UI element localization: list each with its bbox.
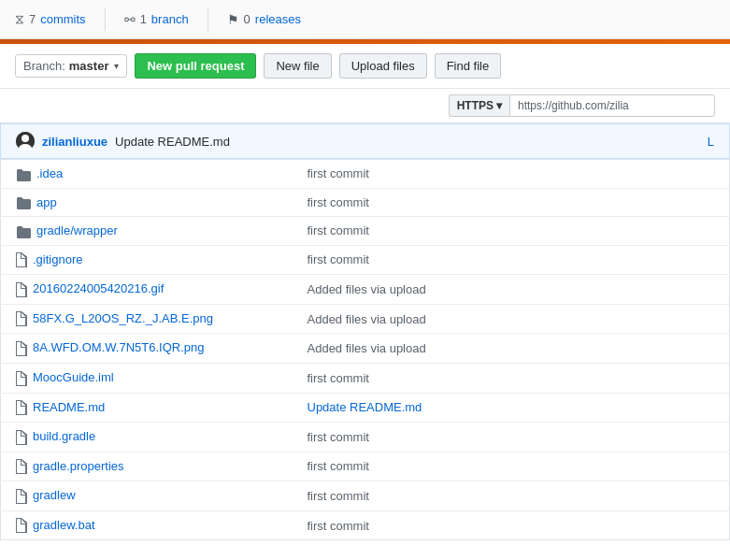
- protocol-caret-icon: ▾: [496, 99, 502, 112]
- file-icon: [16, 281, 33, 295]
- table-row: README.mdUpdate README.md: [1, 393, 730, 423]
- svg-point-1: [21, 135, 29, 142]
- file-name-link[interactable]: build.gradle: [33, 429, 95, 443]
- file-icon: [16, 370, 33, 384]
- file-icon: [16, 488, 33, 502]
- file-name-link[interactable]: .gitignore: [33, 252, 82, 266]
- file-name-link[interactable]: gradlew.bat: [33, 518, 95, 532]
- commit-message-cell: first commit: [293, 510, 730, 540]
- new-pull-request-button[interactable]: New pull request: [135, 53, 256, 79]
- protocol-label: HTTPS: [457, 99, 494, 112]
- table-row: 8A.WFD.OM.W.7N5T6.IQR.pngAdded files via…: [1, 334, 730, 364]
- commit-message-cell: Added files via upload: [293, 334, 730, 364]
- branches-stat[interactable]: ⚯ 1 branch: [106, 8, 208, 31]
- commits-icon: ⧖: [15, 11, 24, 27]
- table-row: gradlew.batfirst commit: [1, 510, 730, 540]
- file-icon: [16, 400, 33, 414]
- file-name-link[interactable]: 20160224005420216.gif: [33, 281, 164, 295]
- commit-message-cell: Update README.md: [293, 393, 730, 423]
- branch-prefix-label: Branch:: [23, 59, 65, 73]
- file-name-link[interactable]: gradlew: [33, 488, 76, 502]
- branch-count: 1: [140, 12, 147, 26]
- commits-stat[interactable]: ⧖ 7 commits: [15, 7, 106, 31]
- new-file-button[interactable]: New file: [264, 53, 331, 79]
- chevron-down-icon: ▾: [114, 61, 119, 71]
- find-file-button[interactable]: Find file: [435, 53, 502, 79]
- commit-message-cell: first commit: [293, 217, 730, 246]
- commits-count: 7: [29, 12, 36, 26]
- commit-message-text: Update README.md: [115, 135, 230, 149]
- commit-message-cell: Added files via upload: [293, 275, 730, 305]
- branch-selector[interactable]: Branch: master ▾: [15, 54, 127, 78]
- commit-message-cell: first commit: [293, 188, 730, 217]
- table-row: .gitignorefirst commit: [1, 245, 730, 275]
- commits-link[interactable]: commits: [40, 12, 85, 26]
- file-icon: [16, 252, 33, 266]
- clone-bar: HTTPS ▾ https://github.com/zilia: [0, 89, 730, 123]
- upload-files-button[interactable]: Upload files: [339, 53, 427, 79]
- file-name-link[interactable]: gradle.properties: [33, 459, 124, 473]
- file-icon: [16, 459, 33, 473]
- commit-message-cell: first commit: [293, 363, 730, 393]
- commit-message-cell: first commit: [293, 245, 730, 275]
- clone-url-input[interactable]: https://github.com/zilia: [509, 94, 715, 117]
- commit-message-cell: Added files via upload: [293, 304, 730, 334]
- table-row: 20160224005420216.gifAdded files via upl…: [1, 275, 730, 305]
- table-row: gradle.propertiesfirst commit: [1, 452, 730, 481]
- commit-message-cell: first commit: [293, 160, 730, 189]
- branch-link[interactable]: branch: [151, 12, 189, 26]
- branch-icon: ⚯: [124, 12, 136, 27]
- file-icon: [16, 311, 33, 325]
- releases-icon: ⚑: [227, 12, 239, 27]
- table-row: appfirst commit: [1, 188, 730, 217]
- folder-icon: [16, 195, 36, 209]
- file-name-link[interactable]: 58FX.G_L20OS_RZ._J.AB.E.png: [33, 311, 213, 325]
- repository-stats-bar: ⧖ 7 commits ⚯ 1 branch ⚑ 0 releases: [0, 0, 730, 39]
- latest-commit-header: zilianliuxue Update README.md L: [0, 123, 730, 159]
- table-row: .ideafirst commit: [1, 160, 730, 189]
- file-name-link[interactable]: .idea: [36, 166, 63, 180]
- file-name-link[interactable]: app: [36, 195, 57, 209]
- file-toolbar: Branch: master ▾ New pull request New fi…: [0, 44, 730, 89]
- folder-icon: [16, 223, 36, 237]
- table-row: 58FX.G_L20OS_RZ._J.AB.E.pngAdded files v…: [1, 304, 730, 334]
- table-row: build.gradlefirst commit: [1, 423, 730, 452]
- avatar: [16, 132, 35, 151]
- file-icon: [16, 429, 33, 443]
- commit-message-cell: first commit: [293, 423, 730, 452]
- folder-icon: [16, 166, 36, 180]
- commit-message-cell: first commit: [293, 481, 730, 511]
- file-name-link[interactable]: MoocGuide.iml: [33, 370, 114, 384]
- file-name-link[interactable]: gradle/wrapper: [36, 223, 118, 237]
- https-button[interactable]: HTTPS ▾: [449, 94, 509, 117]
- commit-author-link[interactable]: zilianliuxue: [42, 135, 107, 149]
- releases-link[interactable]: releases: [255, 12, 301, 26]
- file-name-link[interactable]: 8A.WFD.OM.W.7N5T6.IQR.png: [33, 340, 205, 354]
- file-icon: [16, 340, 33, 354]
- table-row: MoocGuide.imlfirst commit: [1, 363, 730, 393]
- branch-name-label: master: [69, 59, 109, 73]
- releases-count: 0: [244, 12, 250, 26]
- file-icon: [16, 518, 33, 532]
- file-name-link[interactable]: README.md: [33, 400, 105, 414]
- table-row: gradle/wrapperfirst commit: [1, 217, 730, 246]
- commit-message-cell: first commit: [293, 452, 730, 481]
- latest-commit-link[interactable]: L: [708, 135, 714, 149]
- file-list-table: .ideafirst commitappfirst commitgradle/w…: [0, 159, 730, 540]
- releases-stat[interactable]: ⚑ 0 releases: [208, 8, 320, 31]
- table-row: gradlewfirst commit: [1, 481, 730, 511]
